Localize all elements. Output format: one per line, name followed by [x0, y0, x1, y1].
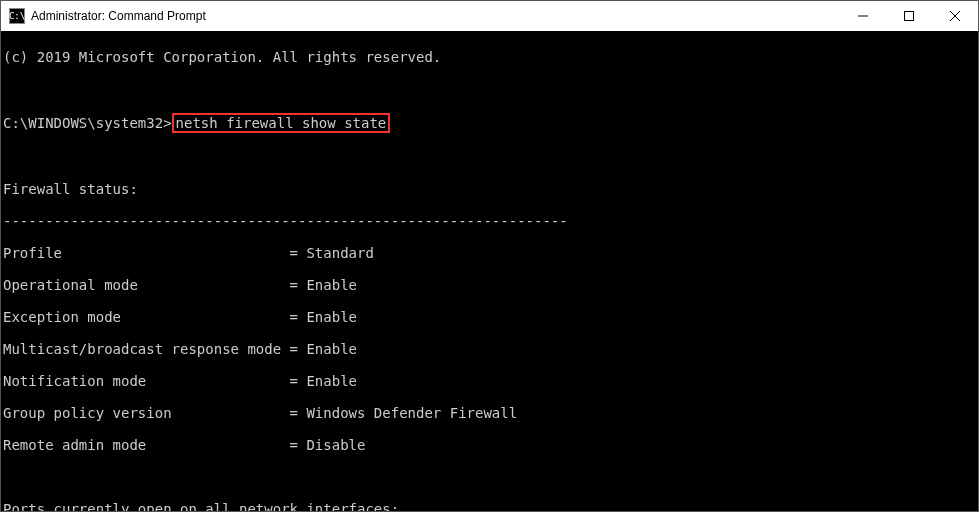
- window-title: Administrator: Command Prompt: [31, 9, 206, 23]
- prompt-line-1: C:\WINDOWS\system32>netsh firewall show …: [3, 113, 974, 133]
- status-header: Firewall status:: [3, 181, 974, 197]
- window: C:\ Administrator: Command Prompt (c) 20…: [0, 0, 979, 512]
- cmd-icon: C:\: [9, 8, 25, 24]
- status-row: Group policy version = Windows Defender …: [3, 405, 974, 421]
- prompt-prefix: C:\WINDOWS\system32>: [3, 115, 172, 131]
- status-row: Remote admin mode = Disable: [3, 437, 974, 453]
- minimize-button[interactable]: [840, 1, 886, 31]
- close-button[interactable]: [932, 1, 978, 31]
- divider: ----------------------------------------…: [3, 213, 974, 229]
- status-row: Exception mode = Enable: [3, 309, 974, 325]
- terminal[interactable]: (c) 2019 Microsoft Corporation. All righ…: [1, 31, 978, 511]
- command-highlight: netsh firewall show state: [172, 113, 391, 133]
- command-text: netsh firewall show state: [176, 115, 387, 131]
- status-row: Multicast/broadcast response mode = Enab…: [3, 341, 974, 357]
- titlebar[interactable]: C:\ Administrator: Command Prompt: [1, 1, 978, 31]
- status-row: Profile = Standard: [3, 245, 974, 261]
- maximize-button[interactable]: [886, 1, 932, 31]
- svg-rect-1: [905, 12, 914, 21]
- ports-header: Ports currently open on all network inte…: [3, 501, 974, 511]
- copyright-line: (c) 2019 Microsoft Corporation. All righ…: [3, 49, 974, 65]
- status-row: Notification mode = Enable: [3, 373, 974, 389]
- status-row: Operational mode = Enable: [3, 277, 974, 293]
